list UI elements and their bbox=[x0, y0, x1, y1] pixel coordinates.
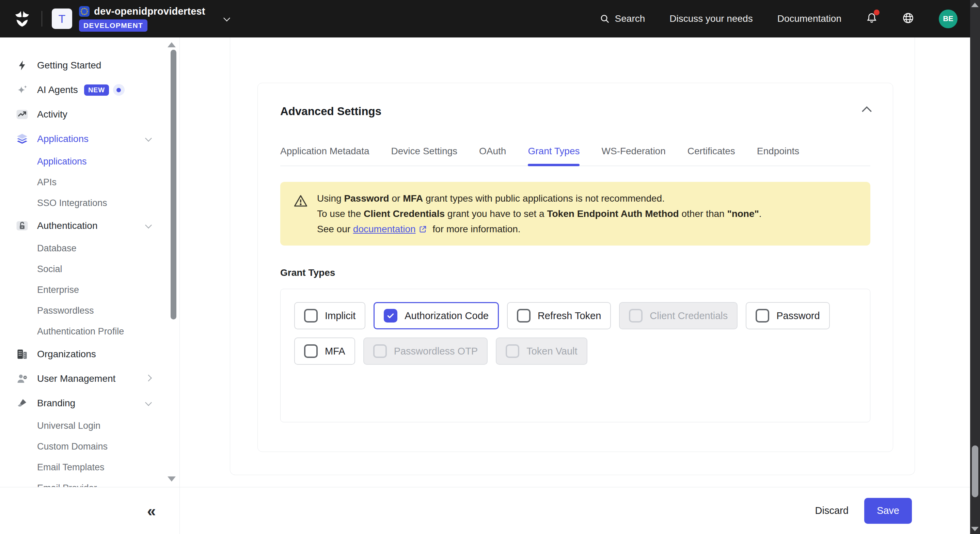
sidebar-item-label: Activity bbox=[37, 109, 67, 120]
sidebar-item-enterprise[interactable]: Enterprise bbox=[0, 280, 180, 300]
sparkles-icon bbox=[16, 83, 29, 96]
documentation-link[interactable]: Documentation bbox=[777, 13, 842, 24]
checkbox-icon[interactable] bbox=[304, 309, 318, 322]
sidebar-item-organizations[interactable]: Organizations bbox=[0, 342, 180, 367]
discuss-label: Discuss your needs bbox=[670, 13, 752, 24]
sidebar-item-applications[interactable]: Applications bbox=[0, 127, 180, 151]
warning-line: To use the Client Credentials grant you … bbox=[317, 206, 762, 222]
advanced-settings-tabs: Application MetadataDevice SettingsOAuth… bbox=[280, 146, 870, 166]
tab-application-metadata[interactable]: Application Metadata bbox=[280, 146, 369, 166]
save-button[interactable]: Save bbox=[864, 498, 912, 524]
sidebar-item-custom-domains[interactable]: Custom Domains bbox=[0, 436, 180, 457]
checkbox-icon bbox=[629, 309, 643, 322]
sidebar-scroll-down-arrow[interactable] bbox=[167, 477, 176, 481]
auth0-logo-icon[interactable] bbox=[12, 9, 32, 29]
warning-triangle-icon bbox=[293, 191, 308, 237]
language-button[interactable] bbox=[902, 12, 914, 26]
checkbox-icon[interactable] bbox=[304, 344, 318, 358]
sidebar-item-label: Getting Started bbox=[37, 60, 101, 71]
sidebar-item-applications[interactable]: Applications bbox=[0, 151, 180, 172]
sidebar-scroll-up-arrow[interactable] bbox=[167, 42, 176, 47]
sidebar-item-user-management[interactable]: User Management bbox=[0, 367, 180, 391]
grant-type-password[interactable]: Password bbox=[746, 302, 829, 329]
checkbox-icon[interactable] bbox=[517, 309, 531, 322]
sidebar-item-email-provider[interactable]: Email Provider bbox=[0, 478, 180, 487]
sidebar-item-email-templates[interactable]: Email Templates bbox=[0, 457, 180, 478]
grant-type-authorization-code[interactable]: Authorization Code bbox=[374, 302, 499, 329]
sidebar-item-authentication-profile[interactable]: Authentication Profile bbox=[0, 321, 180, 342]
sidebar-item-label: Passwordless bbox=[37, 306, 94, 316]
sidebar-item-social[interactable]: Social bbox=[0, 259, 180, 280]
grant-type-mfa[interactable]: MFA bbox=[294, 338, 355, 365]
sidebar-item-label: Enterprise bbox=[37, 285, 79, 295]
sidebar-item-ai-agents[interactable]: AI AgentsNEW bbox=[0, 78, 180, 102]
sidebar-item-activity[interactable]: Activity bbox=[0, 102, 180, 127]
tab-endpoints[interactable]: Endpoints bbox=[757, 146, 800, 166]
grant-type-label: Refresh Token bbox=[538, 310, 601, 322]
discard-button[interactable]: Discard bbox=[815, 505, 849, 516]
checkbox-checked-icon[interactable] bbox=[384, 309, 398, 322]
grant-types-group: ImplicitAuthorization CodeRefresh TokenC… bbox=[280, 289, 870, 422]
warning-line: See our documentation for more informati… bbox=[317, 222, 762, 237]
sidebar-item-branding[interactable]: Branding bbox=[0, 391, 180, 416]
page-scrollbar-thumb[interactable] bbox=[972, 445, 978, 497]
sidebar-item-label: Authentication bbox=[37, 220, 97, 231]
sidebar-item-label: Social bbox=[37, 264, 62, 274]
notification-dot bbox=[874, 10, 880, 15]
checkbox-icon bbox=[506, 344, 519, 358]
grant-type-refresh-token[interactable]: Refresh Token bbox=[507, 302, 611, 329]
tab-ws-federation[interactable]: WS-Federation bbox=[601, 146, 665, 166]
discuss-your-needs-link[interactable]: Discuss your needs bbox=[670, 13, 752, 24]
search-label: Search bbox=[615, 13, 645, 24]
sidebar-item-label: Email Templates bbox=[37, 462, 105, 473]
checkbox-icon bbox=[373, 344, 387, 358]
sidebar-item-getting-started[interactable]: Getting Started bbox=[0, 53, 180, 78]
documentation-label: Documentation bbox=[777, 13, 842, 24]
grant-type-label: MFA bbox=[325, 346, 345, 357]
sidebar-collapse-button[interactable]: « bbox=[147, 503, 156, 519]
external-link-icon bbox=[416, 224, 430, 234]
chevron-down-icon bbox=[146, 136, 151, 142]
sidebar-scrollbar-thumb[interactable] bbox=[170, 50, 177, 319]
grant-type-implicit[interactable]: Implicit bbox=[294, 302, 365, 329]
warning-banner: Using Password or MFA grant types with p… bbox=[280, 182, 870, 245]
checkbox-icon[interactable] bbox=[756, 309, 769, 322]
tenant-name: dev-openidprovidertest bbox=[94, 6, 205, 17]
search-button[interactable]: Search bbox=[600, 13, 645, 24]
tab-oauth[interactable]: OAuth bbox=[479, 146, 506, 166]
collapse-section-chevron-up-icon[interactable] bbox=[863, 105, 870, 116]
sidebar-item-apis[interactable]: APIs bbox=[0, 172, 180, 193]
documentation-inline-link[interactable]: documentation bbox=[353, 224, 416, 234]
page-scrollbar[interactable] bbox=[970, 0, 980, 534]
notifications-button[interactable] bbox=[866, 12, 878, 25]
page-scroll-up-arrow[interactable] bbox=[971, 3, 978, 7]
eu-flag-icon bbox=[79, 6, 89, 17]
grant-type-label: Implicit bbox=[325, 310, 355, 322]
tenant-initial-tile[interactable]: T bbox=[52, 8, 72, 29]
globe-icon bbox=[902, 12, 914, 24]
grant-type-label: Token Vault bbox=[527, 346, 577, 357]
sidebar-item-universal-login[interactable]: Universal Login bbox=[0, 416, 180, 436]
grant-type-label: Authorization Code bbox=[404, 310, 488, 322]
advanced-settings-card: Advanced Settings Application MetadataDe… bbox=[258, 83, 893, 452]
tab-grant-types[interactable]: Grant Types bbox=[528, 146, 579, 166]
main-content-panel: Advanced Settings Application MetadataDe… bbox=[230, 37, 915, 475]
sidebar-item-label: Database bbox=[37, 243, 76, 254]
sidebar-item-authentication[interactable]: Authentication bbox=[0, 214, 180, 238]
sidebar-item-sso-integrations[interactable]: SSO Integrations bbox=[0, 193, 180, 214]
tab-device-settings[interactable]: Device Settings bbox=[391, 146, 458, 166]
user-avatar[interactable]: BE bbox=[939, 10, 958, 28]
user-gear-icon bbox=[16, 372, 29, 385]
sidebar-item-passwordless[interactable]: Passwordless bbox=[0, 300, 180, 321]
sidebar-item-label: Branding bbox=[37, 398, 75, 409]
tenant-info[interactable]: dev-openidprovidertest DEVELOPMENT bbox=[79, 6, 205, 32]
tab-certificates[interactable]: Certificates bbox=[687, 146, 735, 166]
grant-type-label: Client Credentials bbox=[650, 310, 728, 322]
sidebar-right-border bbox=[180, 37, 180, 534]
tenant-chevron-down-icon[interactable] bbox=[224, 16, 229, 22]
page-scroll-down-arrow[interactable] bbox=[971, 527, 978, 531]
environment-badge: DEVELOPMENT bbox=[79, 19, 148, 32]
sidebar-item-database[interactable]: Database bbox=[0, 238, 180, 259]
grant-type-token-vault: Token Vault bbox=[496, 338, 587, 365]
grant-type-client-credentials: Client Credentials bbox=[619, 302, 738, 329]
